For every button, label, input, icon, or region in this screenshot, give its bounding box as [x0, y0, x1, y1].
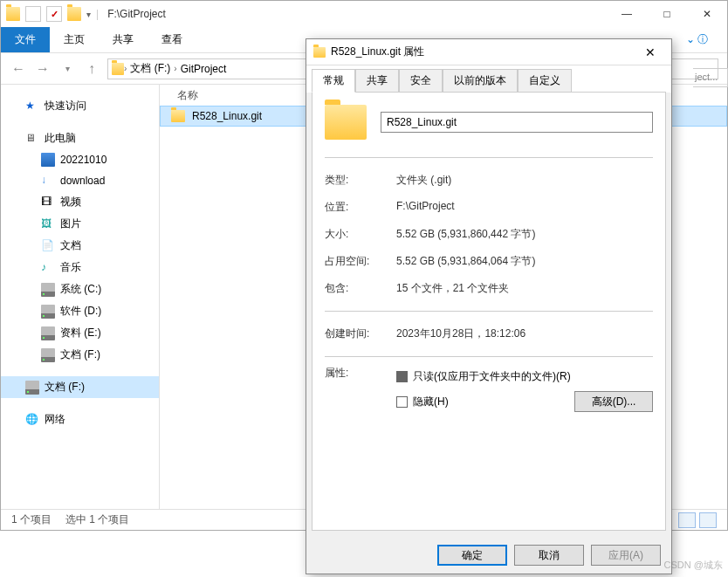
nav-pane: ★ 快速访问 🖥 此电脑 20221010 ↓ download	[1, 85, 160, 509]
drive-icon	[41, 283, 55, 297]
nav-drive-f[interactable]: 文档 (F:)	[1, 344, 159, 366]
tab-general[interactable]: 常规	[312, 69, 355, 93]
music-icon: ♪	[41, 261, 55, 275]
nav-label: 视频	[60, 195, 81, 210]
desktop-icon	[41, 153, 55, 167]
nav-drive-c[interactable]: 系统 (C:)	[1, 278, 159, 300]
view-details-button[interactable]	[678, 512, 696, 528]
status-selected-count: 选中 1 个项目	[65, 512, 129, 527]
drive-icon	[25, 381, 39, 395]
nav-label: 此电脑	[45, 131, 76, 146]
separator	[325, 356, 653, 357]
checkbox-readonly[interactable]	[396, 371, 408, 382]
tab-previous-versions[interactable]: 以前的版本	[443, 69, 518, 93]
star-icon: ★	[25, 100, 39, 113]
nav-label: 快速访问	[45, 99, 86, 113]
breadcrumb-seg-drive[interactable]: 文档 (F:)	[127, 61, 174, 76]
nav-label: 文档	[60, 238, 81, 253]
label-attrs: 属性:	[325, 366, 396, 416]
view-large-button[interactable]	[699, 512, 717, 528]
value-size: 5.52 GB (5,931,860,442 字节)	[396, 227, 653, 242]
breadcrumb-seg-folder[interactable]: GitProject	[177, 63, 230, 75]
qat-dropdown[interactable]: ▾	[86, 10, 91, 19]
ribbon-expand-icon[interactable]: ⌄ ⓘ	[672, 27, 722, 52]
tab-custom[interactable]: 自定义	[518, 69, 572, 93]
dialog-tabs: 常规 共享 安全 以前的版本 自定义	[312, 65, 666, 93]
dialog-close-button[interactable]: ✕	[636, 45, 664, 59]
window-title: F:\GitProject	[107, 8, 166, 20]
network-icon: 🌐	[25, 413, 39, 427]
dialog-titlebar[interactable]: R528_Linux.git 属性 ✕	[306, 39, 671, 65]
ribbon-file[interactable]: 文件	[1, 27, 50, 52]
tab-share[interactable]: 共享	[355, 69, 399, 93]
status-item-count: 1 个项目	[11, 512, 52, 527]
ribbon-view[interactable]: 查看	[148, 27, 196, 52]
nav-network[interactable]: 🌐 网络	[1, 409, 159, 430]
nav-forward[interactable]: →	[34, 61, 52, 77]
pc-icon: 🖥	[25, 132, 39, 146]
ribbon-home[interactable]: 主页	[50, 27, 99, 52]
properties-dialog: R528_Linux.git 属性 ✕ 常规 共享 安全 以前的版本 自定义 类…	[306, 38, 672, 574]
titlebar[interactable]: ▾ | F:\GitProject — □ ✕	[1, 1, 727, 27]
qat-properties[interactable]	[25, 6, 41, 22]
value-location: F:\GitProject	[396, 200, 653, 215]
video-icon: 🎞	[41, 196, 55, 210]
nav-quick-access[interactable]: ★ 快速访问	[1, 95, 159, 117]
search-partial[interactable]: ject...	[693, 68, 728, 87]
minimize-button[interactable]: —	[607, 1, 647, 27]
dialog-title-text: R528_Linux.git 属性	[331, 45, 424, 59]
nav-up[interactable]: ↑	[83, 61, 100, 77]
value-contains: 15 个文件，21 个文件夹	[396, 281, 653, 296]
separator	[325, 311, 653, 312]
cancel-button[interactable]: 取消	[514, 545, 584, 566]
nav-drive-f-selected[interactable]: 文档 (F:)	[1, 376, 159, 398]
tab-security[interactable]: 安全	[399, 69, 443, 93]
nav-label: 音乐	[60, 260, 81, 275]
nav-label: download	[60, 175, 105, 187]
separator	[325, 157, 653, 158]
qat-new-folder[interactable]	[67, 7, 81, 21]
download-icon: ↓	[41, 174, 55, 188]
nav-back[interactable]: ←	[10, 61, 27, 77]
advanced-button[interactable]: 高级(D)...	[574, 391, 653, 412]
drive-icon	[41, 326, 55, 340]
nav-videos[interactable]: 🎞 视频	[1, 191, 159, 213]
nav-this-pc[interactable]: 🖥 此电脑	[1, 127, 159, 149]
label-type: 类型:	[325, 173, 396, 188]
nav-drive-d[interactable]: 软件 (D:)	[1, 300, 159, 322]
nav-drive-e[interactable]: 资料 (E:)	[1, 322, 159, 344]
value-ondisk: 5.52 GB (5,931,864,064 字节)	[396, 254, 653, 269]
nav-label: 文档 (F:)	[45, 380, 85, 395]
folder-icon	[171, 110, 185, 122]
drive-icon	[41, 348, 55, 362]
nav-pictures[interactable]: 🖼 图片	[1, 213, 159, 235]
ok-button[interactable]: 确定	[437, 545, 507, 566]
checkbox-hidden[interactable]	[396, 396, 408, 408]
nav-downloads[interactable]: ↓ download	[1, 170, 159, 191]
dialog-body: 类型: 文件夹 (.git) 位置: F:\GitProject 大小: 5.5…	[312, 92, 666, 531]
qat-checked[interactable]	[46, 6, 62, 22]
ribbon-share[interactable]: 共享	[99, 27, 148, 52]
picture-icon: 🖼	[41, 217, 55, 231]
nav-documents[interactable]: 📄 文档	[1, 235, 159, 257]
folder-icon	[313, 47, 326, 58]
maximize-button[interactable]: □	[647, 1, 687, 27]
document-icon: 📄	[41, 239, 55, 253]
label-readonly: 只读(仅应用于文件夹中的文件)(R)	[413, 369, 571, 384]
nav-history-dropdown[interactable]: ▾	[58, 64, 76, 73]
value-type: 文件夹 (.git)	[396, 173, 653, 188]
dialog-buttons: 确定 取消 应用(A)	[306, 537, 671, 574]
nav-desktop[interactable]: 20221010	[1, 149, 159, 170]
apply-button[interactable]: 应用(A)	[591, 545, 661, 566]
folder-large-icon	[325, 105, 367, 140]
label-size: 大小:	[325, 227, 396, 242]
label-created: 创建时间:	[325, 326, 396, 341]
name-input[interactable]	[381, 112, 653, 133]
close-button[interactable]: ✕	[687, 1, 727, 27]
app-icon	[6, 7, 20, 21]
nav-music[interactable]: ♪ 音乐	[1, 257, 159, 278]
label-ondisk: 占用空间:	[325, 254, 396, 269]
nav-label: 资料 (E:)	[60, 326, 101, 340]
nav-label: 20221010	[60, 154, 106, 166]
nav-label: 文档 (F:)	[60, 347, 100, 362]
